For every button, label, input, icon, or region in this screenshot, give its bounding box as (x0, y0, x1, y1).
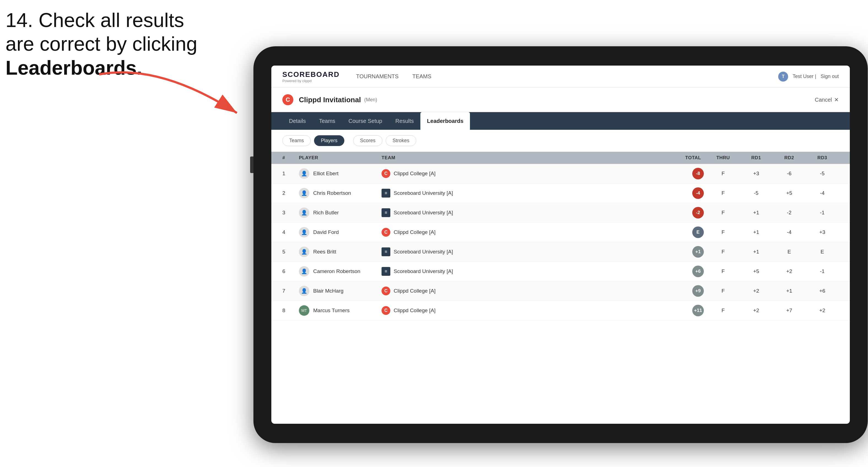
team-icon: C (381, 169, 390, 178)
team-name: Scoreboard University [A] (394, 190, 453, 196)
table-header: # PLAYER TEAM TOTAL THRU RD1 RD2 RD3 (271, 152, 850, 164)
thru: F (707, 229, 740, 235)
player-cell: 👤 David Ford (299, 227, 381, 238)
player-cell: 👤 Cameron Robertson (299, 266, 381, 277)
score-badge: +9 (692, 285, 704, 297)
team-icon: C (381, 286, 390, 295)
navbar: SCOREBOARD Powered by clippd TOURNAMENTS… (271, 66, 850, 88)
col-total: TOTAL (662, 155, 707, 161)
nav-tournaments[interactable]: TOURNAMENTS (356, 70, 399, 82)
filter-scores[interactable]: Scores (353, 135, 382, 146)
rd3: -4 (806, 190, 839, 196)
player-avatar: 👤 (299, 266, 309, 277)
team-icon: ≡ (381, 189, 390, 197)
table-row: 6 👤 Cameron Robertson ≡ Scoreboard Unive… (271, 262, 850, 281)
player-cell: 👤 Rich Butler (299, 208, 381, 218)
score-badge: -2 (692, 207, 704, 218)
player-avatar: 👤 (299, 286, 309, 296)
player-cell: 👤 Blair McHarg (299, 286, 381, 296)
rd1: +2 (740, 288, 773, 294)
tournament-header: C Clippd Invitational (Men) Cancel ✕ (271, 88, 850, 112)
player-name: David Ford (313, 229, 339, 235)
team-cell: ≡ Scoreboard University [A] (381, 247, 662, 256)
table-row: 5 👤 Rees Britt ≡ Scoreboard University [… (271, 242, 850, 262)
tablet-screen: SCOREBOARD Powered by clippd TOURNAMENTS… (271, 66, 850, 424)
tabs-bar: Details Teams Course Setup Results Leade… (271, 112, 850, 130)
nav-right: T Test User | Sign out (778, 72, 839, 82)
filter-bar: Teams Players Scores Strokes (271, 130, 850, 152)
rd2: -6 (773, 170, 806, 177)
tab-leaderboards[interactable]: Leaderboards (421, 112, 470, 130)
team-cell: C Clippd College [A] (381, 286, 662, 295)
team-cell: C Clippd College [A] (381, 228, 662, 237)
rd1: +3 (740, 170, 773, 177)
rd2: +1 (773, 288, 806, 294)
team-name: Scoreboard University [A] (394, 268, 453, 274)
col-rd3: RD3 (806, 155, 839, 161)
rd1: +2 (740, 308, 773, 314)
rank: 5 (282, 249, 299, 255)
col-rd1: RD1 (740, 155, 773, 161)
rank: 7 (282, 288, 299, 294)
score-badge: +11 (692, 305, 704, 316)
table-row: 2 👤 Chris Robertson ≡ Scoreboard Univers… (271, 184, 850, 203)
col-player: PLAYER (299, 155, 381, 161)
rd3: E (806, 249, 839, 255)
rank: 1 (282, 170, 299, 177)
tournament-badge: (Men) (364, 97, 377, 103)
tab-details[interactable]: Details (282, 112, 312, 130)
filter-strokes[interactable]: Strokes (386, 135, 416, 146)
sign-out-link[interactable]: Sign out (820, 73, 839, 79)
cancel-button[interactable]: Cancel ✕ (815, 96, 839, 103)
rank: 2 (282, 190, 299, 196)
player-name: Blair McHarg (313, 288, 343, 294)
table-row: 8 MT Marcus Turners C Clippd College [A]… (271, 301, 850, 320)
thru: F (707, 170, 740, 177)
rd3: -5 (806, 170, 839, 177)
team-cell: C Clippd College [A] (381, 169, 662, 178)
col-rd2: RD2 (773, 155, 806, 161)
filter-players[interactable]: Players (314, 135, 344, 146)
rd2: +2 (773, 268, 806, 274)
player-avatar: 👤 (299, 208, 309, 218)
score-badge: +1 (692, 246, 704, 258)
team-icon: ≡ (381, 208, 390, 217)
player-name: Rees Britt (313, 249, 336, 255)
rd2: -4 (773, 229, 806, 235)
tab-results[interactable]: Results (389, 112, 421, 130)
team-name: Clippd College [A] (394, 170, 435, 177)
rd1: +5 (740, 268, 773, 274)
team-icon: ≡ (381, 247, 390, 256)
team-cell: C Clippd College [A] (381, 306, 662, 315)
thru: F (707, 249, 740, 255)
score-badge: +6 (692, 266, 704, 277)
rd2: -2 (773, 210, 806, 216)
score-badge: E (692, 226, 704, 238)
thru: F (707, 288, 740, 294)
rank: 6 (282, 268, 299, 274)
tab-course-setup[interactable]: Course Setup (342, 112, 389, 130)
rd2: +7 (773, 308, 806, 314)
rank: 3 (282, 210, 299, 216)
col-rank: # (282, 155, 299, 161)
player-avatar: MT (299, 305, 309, 316)
logo-text: SCOREBOARD (282, 70, 340, 79)
player-name: Elliot Ebert (313, 170, 339, 177)
player-avatar: 👤 (299, 247, 309, 257)
player-name: Marcus Turners (313, 308, 349, 314)
player-cell: 👤 Elliot Ebert (299, 168, 381, 179)
nav-links: TOURNAMENTS TEAMS (356, 70, 778, 82)
filter-teams[interactable]: Teams (282, 135, 311, 146)
score-badge: -4 (692, 187, 704, 199)
team-name: Scoreboard University [A] (394, 249, 453, 255)
logo-sub: Powered by clippd (282, 79, 340, 83)
tab-teams[interactable]: Teams (312, 112, 342, 130)
user-label: Test User | (793, 73, 816, 79)
table-row: 4 👤 David Ford C Clippd College [A] E F … (271, 223, 850, 242)
rd3: +2 (806, 308, 839, 314)
nav-teams[interactable]: TEAMS (412, 70, 431, 82)
rd1: +1 (740, 249, 773, 255)
team-icon: C (381, 228, 390, 237)
thru: F (707, 210, 740, 216)
tournament-title: Clippd Invitational (299, 96, 361, 104)
